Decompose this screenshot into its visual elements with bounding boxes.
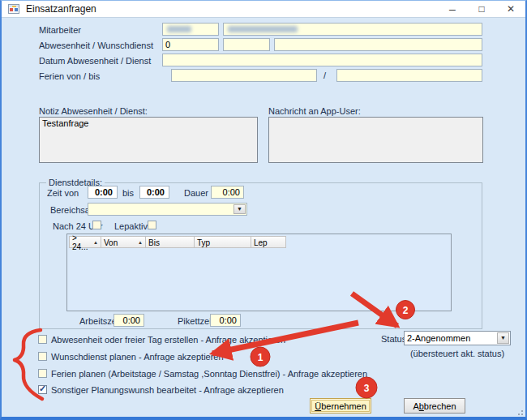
zeit-von-label: Zeit von [47, 188, 79, 199]
nach24-checkbox[interactable] [92, 221, 101, 229]
status-label: Status [381, 334, 406, 345]
sort-ascending-icon: ▲ [138, 240, 143, 245]
step-circle-1: 1 [251, 347, 270, 366]
grid-column-header[interactable]: > 24... ▲ [69, 236, 101, 248]
window-controls: – □ ✕ [438, 0, 525, 18]
grid-column-header[interactable]: Bis [146, 236, 195, 248]
sort-ascending-icon: ▲ [93, 240, 98, 245]
pikettzeit-field[interactable]: 0:00 [210, 314, 241, 327]
resize-grip[interactable] [516, 409, 524, 416]
dauer-field[interactable]: 0:00 [211, 186, 244, 199]
checkbox-sonstiger-planungswunsch[interactable]: ✓ [38, 385, 47, 394]
status-combobox[interactable]: 2-Angenommen ▼ [404, 331, 511, 345]
uebernehmen-button[interactable]: Übernehmen [310, 398, 371, 414]
chevron-down-icon: ▼ [237, 204, 242, 215]
bis-label: bis [122, 188, 134, 199]
app-icon [8, 3, 19, 15]
grid-column-header[interactable]: Von ▲ [101, 236, 146, 248]
close-icon: ✕ [507, 3, 515, 15]
status-note: (übersteuert akt. status) [397, 349, 517, 359]
grid-column-header[interactable]: Lep [251, 236, 286, 248]
zeit-von-field[interactable]: 0:00 [88, 186, 118, 199]
checkbox-wunschdienst-planen[interactable] [38, 352, 47, 361]
ferien-bis-field[interactable] [336, 69, 482, 82]
checkbox-abwesenheit-erstellen[interactable] [38, 335, 47, 344]
dauer-label: Dauer [184, 188, 208, 199]
chevron-down-icon: ▼ [500, 332, 506, 345]
mitarbeiter-name-field[interactable] [223, 23, 482, 36]
dienst-grid[interactable]: > 24... ▲ Von ▲ Bis Typ Lep [66, 234, 452, 311]
bis-field[interactable]: 0:00 [139, 186, 169, 199]
abbrechen-button[interactable]: Abbrechen [404, 398, 465, 414]
bereichsart-combobox[interactable]: ▼ [88, 203, 247, 216]
nachricht-textarea[interactable] [268, 117, 483, 163]
minimize-icon: – [449, 6, 456, 12]
lepaktiv-label: Lepaktiv [114, 221, 148, 232]
svg-text:1: 1 [258, 352, 264, 363]
ferien-von-field[interactable] [171, 69, 317, 82]
checkbox-label: Wunschdienst planen - Anfrage akzeptiere… [51, 352, 224, 362]
datum-label: Datum Abwesenheit / Dienst [39, 56, 151, 66]
abwesenheit-code-field[interactable]: 0 [162, 38, 219, 51]
abwesenheit-field-2[interactable] [223, 38, 270, 51]
checkbox-label: Ferien planen (Arbeitstage / Samstag ,So… [51, 369, 367, 379]
checkbox-label: Abwesenheit oder freier Tag erstellen - … [51, 335, 285, 345]
abwesenheit-label: Abwesenheit / Wunschdienst [39, 41, 153, 51]
nachricht-label: Nachricht an App-User: [268, 106, 361, 117]
redacted-text [167, 26, 191, 32]
mitarbeiter-label: Mitarbeiter [39, 25, 81, 36]
datum-field[interactable] [162, 54, 482, 66]
status-dropdown-button[interactable]: ▼ [497, 332, 509, 344]
notiz-label: Notiz Abwesenheit / Dienst: [39, 106, 148, 117]
checkmark-icon: ✓ [39, 384, 46, 394]
checkbox-label: Sonstiger Planungswunsh bearbeitet - Anf… [51, 385, 284, 396]
notiz-textarea[interactable]: Testanfrage [39, 117, 258, 163]
step-circle-3: 3 [356, 377, 377, 398]
titlebar: Einsatzanfragen – □ ✕ [0, 0, 527, 18]
ferien-separator: / [323, 71, 326, 81]
checkbox-ferien-planen[interactable] [38, 369, 47, 378]
arbeitszeit-field[interactable]: 0:00 [114, 314, 144, 327]
grid-header: > 24... ▲ Von ▲ Bis Typ Lep [69, 236, 286, 248]
maximize-icon: □ [478, 3, 484, 15]
abwesenheit-field-3[interactable] [274, 38, 482, 51]
window-title: Einsatzanfragen [26, 3, 96, 15]
einsatzanfragen-dialog: Einsatzanfragen – □ ✕ Mitarbeiter Abwese… [0, 0, 527, 420]
close-button[interactable]: ✕ [496, 0, 525, 18]
maximize-button[interactable]: □ [467, 0, 496, 18]
status-value: 2-Angenommen [407, 333, 470, 343]
minimize-button[interactable]: – [438, 0, 467, 18]
ferien-label: Ferien von / bis [39, 71, 100, 82]
svg-text:3: 3 [364, 383, 370, 394]
pikettzeit-label: Pikettzeit [178, 316, 214, 327]
bereichsart-dropdown-button[interactable]: ▼ [234, 204, 246, 214]
lepaktiv-checkbox[interactable] [148, 221, 156, 229]
redacted-text [228, 26, 298, 32]
grid-column-header[interactable]: Typ [195, 236, 251, 248]
mitarbeiter-id-field[interactable] [162, 23, 219, 36]
